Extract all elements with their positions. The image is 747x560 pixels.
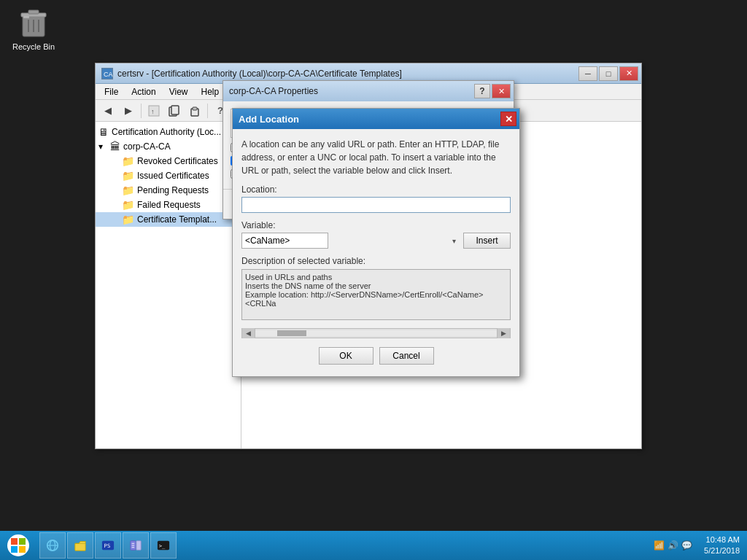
- tree-issued-indent-2: [110, 171, 122, 181]
- tree-issued-label: Issued Certificates: [137, 171, 209, 181]
- corp-dialog-close-btn[interactable]: ✕: [492, 84, 511, 98]
- corp-dialog-help-btn[interactable]: ?: [474, 84, 490, 98]
- scrollbar-track: [255, 330, 497, 336]
- tree-revoked-icon: 📁: [122, 155, 134, 167]
- tree-root-icon: 🖥: [98, 126, 109, 138]
- tree-ca-indent: ▾: [98, 141, 110, 152]
- description-textarea: Used in URLs and paths Inserts the DNS n…: [241, 269, 511, 320]
- corp-dialog-title: corp-CA-CA Properties: [229, 86, 318, 96]
- add-location-title: Add Location: [239, 114, 299, 125]
- svg-rect-17: [11, 546, 18, 553]
- variable-row: <CaName> <ServerDNSName> <CRLNameSuffix>…: [241, 233, 511, 249]
- tree-pending-icon: 📁: [122, 184, 134, 196]
- tree-revoked-indent-2: [110, 156, 122, 166]
- taskbar-cmd-icon[interactable]: >_: [150, 532, 177, 559]
- tree-panel: 🖥 Certification Authority (Loc... ▾ 🏛 co…: [96, 122, 241, 448]
- add-location-close-button[interactable]: ✕: [500, 112, 516, 126]
- titlebar-buttons: ─ □ ✕: [578, 66, 638, 81]
- svg-rect-15: [11, 538, 18, 545]
- tree-revoked[interactable]: 📁 Revoked Certificates: [96, 154, 241, 168]
- svg-text:CA: CA: [104, 71, 113, 78]
- svg-text:↑: ↑: [151, 108, 155, 115]
- add-location-description: A location can be any valid URL or path.…: [241, 138, 511, 177]
- tree-revoked-indent-1: [98, 156, 110, 166]
- taskbar: PS >_ 📶 🔊: [0, 531, 747, 560]
- taskbar-clock[interactable]: 10:48 AM 5/21/2018: [697, 534, 747, 557]
- recycle-bin-icon[interactable]: Recycle Bin: [10, 7, 57, 51]
- svg-rect-2: [28, 10, 39, 14]
- svg-rect-14: [193, 107, 197, 110]
- windows-logo-icon: [7, 534, 29, 556]
- variable-select[interactable]: <CaName> <ServerDNSName> <CRLNameSuffix>…: [241, 233, 328, 249]
- svg-rect-22: [75, 543, 85, 551]
- svg-rect-26: [136, 541, 141, 551]
- notification-icon: 💬: [681, 540, 692, 551]
- minimize-button[interactable]: ─: [578, 66, 597, 81]
- titlebar-left: CA certsrv - [Certification Authority (L…: [101, 68, 402, 79]
- tree-pending-label: Pending Requests: [137, 185, 209, 195]
- toolbar-separator-2: [207, 104, 208, 118]
- tree-failed-indent-2: [110, 200, 122, 210]
- svg-rect-6: [23, 16, 29, 18]
- add-location-buttons: OK Cancel: [241, 341, 511, 368]
- insert-button[interactable]: Insert: [463, 233, 511, 249]
- clock-time: 10:48 AM: [706, 534, 740, 545]
- desktop: Recycle Bin CA certsrv - [Certification …: [0, 0, 747, 560]
- tree-pending-indent-2: [110, 185, 122, 195]
- paste-button[interactable]: [185, 102, 204, 120]
- location-input[interactable]: [241, 197, 511, 213]
- menu-view[interactable]: View: [163, 85, 194, 98]
- tree-templates-indent-2: [110, 214, 122, 225]
- close-button[interactable]: ✕: [619, 66, 638, 81]
- tree-failed-label: Failed Requests: [137, 200, 201, 210]
- menu-help[interactable]: Help: [196, 85, 225, 98]
- svg-rect-18: [19, 546, 26, 553]
- scroll-left-btn[interactable]: ◀: [242, 328, 255, 338]
- back-button[interactable]: ◀: [98, 102, 117, 120]
- menu-action[interactable]: Action: [125, 85, 161, 98]
- taskbar-items: PS >_: [36, 532, 649, 559]
- maximize-button[interactable]: □: [599, 66, 618, 81]
- corp-dialog-titlebar: corp-CA-CA Properties ? ✕: [223, 81, 514, 101]
- tree-ca[interactable]: ▾ 🏛 corp-CA-CA: [96, 139, 241, 154]
- desc-area: Used in URLs and paths Inserts the DNS n…: [241, 269, 511, 322]
- tree-templates-indent-1: [98, 214, 110, 225]
- svg-rect-16: [19, 538, 26, 545]
- taskbar-ie-icon[interactable]: [39, 532, 66, 559]
- horizontal-scrollbar[interactable]: ◀ ▶: [241, 328, 511, 338]
- taskbar-powershell-icon[interactable]: PS: [95, 532, 121, 559]
- toolbar-separator-1: [141, 104, 142, 118]
- tree-failed[interactable]: 📁 Failed Requests: [96, 198, 241, 212]
- svg-rect-12: [171, 106, 179, 114]
- systray: 📶 🔊 💬: [649, 540, 697, 551]
- copy-button[interactable]: [165, 102, 184, 120]
- taskbar-explorer-icon[interactable]: [67, 532, 93, 559]
- forward-button[interactable]: ▶: [119, 102, 138, 120]
- menu-file[interactable]: File: [98, 85, 124, 98]
- tree-root-label: Certification Authority (Loc...: [112, 127, 221, 137]
- add-location-dialog: Add Location ✕ A location can be any val…: [232, 108, 520, 377]
- tree-failed-icon: 📁: [122, 199, 134, 211]
- certsrv-window-title: certsrv - [Certification Authority (Loca…: [117, 69, 402, 79]
- recycle-bin-label: Recycle Bin: [12, 42, 55, 51]
- speaker-icon: 🔊: [667, 540, 678, 551]
- clock-date: 5/21/2018: [704, 545, 740, 556]
- scroll-right-btn[interactable]: ▶: [497, 328, 510, 338]
- variable-select-wrapper: <CaName> <ServerDNSName> <CRLNameSuffix>…: [241, 233, 459, 249]
- variable-field-label: Variable:: [241, 220, 511, 230]
- tree-issued-indent-1: [98, 171, 110, 181]
- desc-section-label: Description of selected variable:: [241, 256, 511, 266]
- network-icon: 📶: [654, 540, 665, 551]
- tree-ca-icon: 🏛: [110, 141, 120, 152]
- tree-pending[interactable]: 📁 Pending Requests: [96, 183, 241, 198]
- tree-templates[interactable]: 📁 Certificate Templat...: [96, 212, 241, 227]
- start-button[interactable]: [0, 531, 36, 560]
- up-button[interactable]: ↑: [144, 102, 163, 120]
- svg-text:>_: >_: [159, 542, 166, 549]
- add-location-cancel-button[interactable]: Cancel: [379, 347, 434, 365]
- tree-templates-label: Certificate Templat...: [137, 214, 217, 225]
- tree-root[interactable]: 🖥 Certification Authority (Loc...: [96, 125, 241, 139]
- tree-issued[interactable]: 📁 Issued Certificates: [96, 168, 241, 183]
- taskbar-filemanager-icon[interactable]: [123, 532, 149, 559]
- add-location-ok-button[interactable]: OK: [319, 347, 374, 365]
